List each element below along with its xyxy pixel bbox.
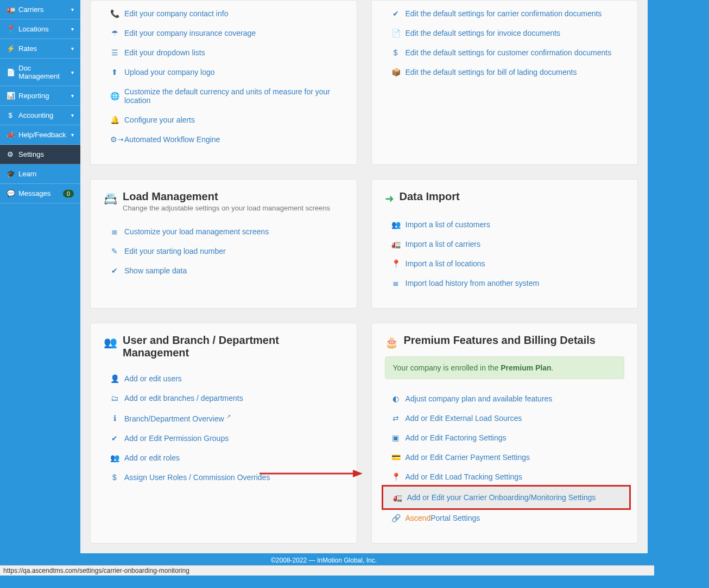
panel-title: Load Management (123, 190, 330, 203)
list-icon: ≣ (391, 279, 400, 287)
truck-icon: 🚛 (391, 240, 400, 248)
link-ascendportal-settings[interactable]: 🔗AscendPortal Settings (391, 508, 625, 528)
info-icon: ℹ (110, 414, 119, 423)
link-load-tracking-settings[interactable]: 📍Add or Edit Load Tracking Settings (391, 467, 625, 487)
caret-down-icon: ▾ (71, 112, 74, 118)
link-assign-roles-commission[interactable]: $Assign User Roles / Commission Override… (110, 468, 344, 487)
sidebar-item-doc-management[interactable]: 📄Doc Management ▾ (0, 59, 80, 86)
panel-company: 📞Edit your company contact info ☂Edit yo… (90, 0, 357, 165)
link-customize-load-screens[interactable]: ≣Customize your load management screens (110, 222, 344, 241)
users-icon: 👥 (391, 220, 400, 229)
upload-icon: ⬆ (110, 68, 119, 76)
link-workflow-engine[interactable]: ⚙➝Automated Workflow Engine (110, 130, 344, 149)
users-icon: 👥 (104, 336, 117, 349)
columns-icon: ≣ (110, 227, 119, 236)
panel-data-import: ➜ Data Import 👥Import a list of customer… (371, 179, 638, 309)
sidebar-item-rates[interactable]: ⚡Rates ▾ (0, 39, 80, 59)
link-invoice-docs[interactable]: 📄Edit the default settings for invoice d… (391, 23, 625, 43)
caret-down-icon: ▾ (71, 93, 74, 99)
sidebar-item-settings[interactable]: ⚙Settings (0, 145, 80, 164)
link-bol-docs[interactable]: 📦Edit the default settings for bill of l… (391, 62, 625, 82)
link-carrier-onboarding-monitoring[interactable]: 🚛Add or Edit your Carrier Onboarding/Mon… (382, 485, 631, 510)
link-add-edit-users[interactable]: 👤Add or edit users (110, 369, 344, 388)
link-carrier-confirmation-docs[interactable]: ✔Edit the default settings for carrier c… (391, 4, 625, 23)
import-icon: ➜ (385, 192, 394, 205)
messages-badge: 0 (63, 190, 74, 197)
sidebar-item-messages[interactable]: 💬Messages 0 (0, 184, 80, 203)
dollar-icon: $ (7, 111, 14, 119)
sidebar: 🚛Carriers ▾ 📍Locations ▾ ⚡Rates ▾ 📄Doc M… (0, 0, 80, 553)
link-factoring-settings[interactable]: ▣Add or Edit Factoring Settings (391, 428, 625, 448)
external-link-icon: ↗ (226, 413, 231, 419)
link-customer-confirmation-docs[interactable]: $Edit the default settings for customer … (391, 43, 625, 62)
link-permission-groups[interactable]: ✔Add or Edit Permission Groups (110, 429, 344, 448)
check-square-icon: ✔ (110, 434, 119, 443)
sidebar-label: Learn (18, 170, 36, 178)
square-icon: ▣ (391, 433, 400, 442)
caret-down-icon: ▾ (71, 69, 74, 75)
link-starting-load-number[interactable]: ✎Edit your starting load number (110, 241, 344, 261)
check-circle-icon: ✔ (110, 266, 119, 275)
bolt-icon: ⚡ (7, 44, 14, 53)
link-icon: 🔗 (391, 514, 400, 522)
sidebar-item-accounting[interactable]: $Accounting ▾ (0, 106, 80, 125)
card-icon: 📇 (104, 192, 117, 205)
sitemap-icon: 🗂 (110, 394, 119, 402)
user-icon: 👤 (110, 374, 119, 383)
sidebar-item-locations[interactable]: 📍Locations ▾ (0, 20, 80, 39)
sidebar-label: Doc Management (18, 64, 71, 80)
link-show-sample-data[interactable]: ✔Show sample data (110, 261, 344, 280)
sidebar-item-learn[interactable]: 🎓Learn (0, 164, 80, 184)
umbrella-icon: ☂ (110, 29, 119, 37)
panel-title: Data Import (400, 190, 460, 203)
link-company-insurance[interactable]: ☂Edit your company insurance coverage (110, 23, 344, 43)
link-currency-units[interactable]: 🌐Customize the default currency and unit… (110, 82, 344, 110)
check-icon: ✔ (391, 9, 400, 18)
link-dropdown-lists[interactable]: ☰Edit your dropdown lists (110, 43, 344, 62)
truck-icon: 🚛 (7, 5, 14, 14)
link-adjust-plan[interactable]: ◐Adjust company plan and available featu… (391, 389, 625, 408)
link-import-carriers[interactable]: 🚛Import a list of carriers (391, 234, 625, 254)
pin-icon: 📍 (391, 472, 400, 481)
link-add-edit-roles[interactable]: 👥Add or edit roles (110, 448, 344, 468)
globe-icon: 🌐 (110, 92, 119, 100)
sidebar-item-carriers[interactable]: 🚛Carriers ▾ (0, 0, 80, 20)
panel-title: User and Branch / Department Management (123, 334, 344, 359)
link-branch-overview[interactable]: ℹBranch/Department Overview ↗ (110, 408, 344, 429)
sidebar-item-reporting[interactable]: 📊Reporting ▾ (0, 86, 80, 106)
panel-load-management: 📇 Load Management Change the adjustable … (90, 179, 357, 309)
link-import-load-history[interactable]: ≣Import load history from another system (391, 273, 625, 293)
content-area: 📞Edit your company contact info ☂Edit yo… (80, 0, 648, 553)
workflow-icon: ⚙➝ (110, 135, 119, 144)
statusbar-url: https://qa.ascendtms.com/settings/carrie… (0, 565, 654, 576)
chat-icon: 💬 (7, 189, 14, 197)
sidebar-label: Reporting (18, 92, 49, 100)
pin-icon: 📍 (391, 259, 400, 268)
link-external-load-sources[interactable]: ⇄Add or Edit External Load Sources (391, 408, 625, 428)
credit-card-icon: 💳 (391, 453, 400, 462)
edit-icon: ✎ (110, 247, 119, 255)
sidebar-item-help-feedback[interactable]: 📣Help/Feedback ▾ (0, 125, 80, 145)
link-carrier-payment-settings[interactable]: 💳Add or Edit Carrier Payment Settings (391, 448, 625, 467)
caret-down-icon: ▾ (71, 7, 74, 12)
panel-subtitle: Change the adjustable settings on your l… (123, 204, 330, 212)
link-configure-alerts[interactable]: 🔔Configure your alerts (110, 110, 344, 130)
caret-down-icon: ▾ (71, 132, 74, 138)
link-company-contact[interactable]: 📞Edit your company contact info (110, 4, 344, 23)
dollar-icon: $ (110, 473, 119, 482)
premium-plan-banner: Your company is enrolled in the Premium … (385, 356, 625, 379)
sidebar-label: Accounting (18, 111, 53, 119)
link-upload-logo[interactable]: ⬆Upload your company logo (110, 62, 344, 82)
phone-icon: 📞 (110, 9, 119, 18)
sidebar-label: Locations (18, 25, 49, 33)
sidebar-label: Rates (18, 44, 37, 53)
sidebar-label: Messages (18, 189, 50, 197)
dollar-icon: $ (391, 48, 400, 57)
link-import-customers[interactable]: 👥Import a list of customers (391, 215, 625, 234)
doc-icon: 📄 (7, 68, 14, 76)
link-add-edit-branches[interactable]: 🗂Add or edit branches / departments (110, 388, 344, 408)
sidebar-label: Carriers (18, 5, 43, 14)
users-icon: 👥 (110, 453, 119, 462)
panel-user-branch: 👥 User and Branch / Department Managemen… (90, 323, 357, 544)
link-import-locations[interactable]: 📍Import a list of locations (391, 254, 625, 273)
